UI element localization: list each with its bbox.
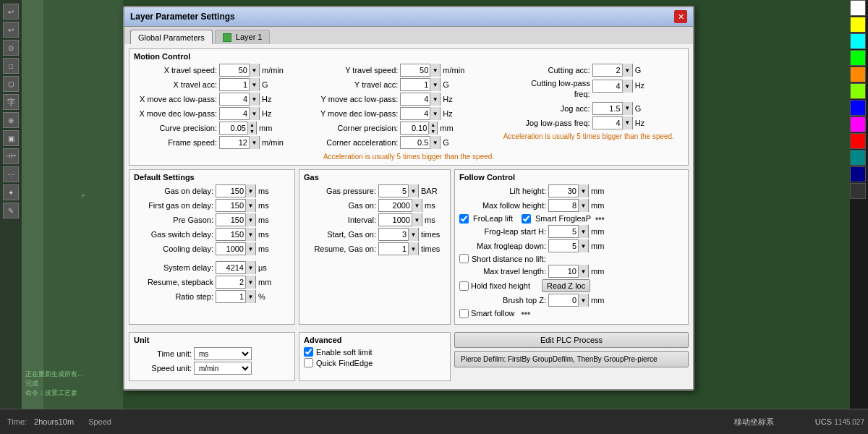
y-travel-speed-value[interactable] <box>401 64 430 76</box>
ratio-step-input[interactable]: ▼ <box>216 290 256 303</box>
cooling-delay-input[interactable]: ▼ <box>216 242 256 255</box>
resume-gas-on-dropdown[interactable]: ▼ <box>408 242 418 255</box>
smart-frogleap-options[interactable]: ••• <box>595 213 605 224</box>
corner-acceleration-dropdown[interactable]: ▼ <box>430 136 440 149</box>
quick-find-edge-checkbox[interactable] <box>304 358 313 367</box>
pre-gason-dropdown[interactable]: ▼ <box>245 213 255 226</box>
lift-height-value[interactable] <box>549 185 578 197</box>
lift-height-dropdown[interactable]: ▼ <box>578 184 588 197</box>
y-travel-acc-input[interactable]: ▼ <box>400 78 441 91</box>
max-travel-length-dropdown[interactable]: ▼ <box>578 265 588 278</box>
y-move-dec-low-pass-input[interactable]: ▼ <box>400 107 441 120</box>
toolbar-icon-6[interactable]: 字 <box>3 94 19 110</box>
curve-precision-up[interactable]: ▲ <box>247 122 256 128</box>
max-travel-length-input[interactable]: ▼ <box>548 265 589 278</box>
gas-pressure-input[interactable]: ▼ <box>378 184 419 197</box>
system-delay-input[interactable]: ▼ <box>216 261 256 274</box>
frog-leap-start-h-dropdown[interactable]: ▼ <box>578 225 588 238</box>
cooling-delay-value[interactable] <box>216 243 245 255</box>
cutting-low-pass-freq-dropdown[interactable]: ▼ <box>622 80 632 93</box>
frog-leap-start-h-input[interactable]: ▼ <box>548 225 589 238</box>
x-move-acc-low-pass-value[interactable] <box>220 93 249 105</box>
corner-precision-up[interactable]: ▲ <box>428 122 437 128</box>
brush-top-z-dropdown[interactable]: ▼ <box>578 294 588 307</box>
frame-speed-value[interactable] <box>220 137 249 148</box>
interval-value[interactable] <box>379 214 412 226</box>
corner-precision-value[interactable] <box>401 122 428 134</box>
toolbar-icon-10[interactable]: -.- <box>3 166 19 182</box>
max-frogleap-down-dropdown[interactable]: ▼ <box>578 239 588 252</box>
color-swatch-teal[interactable] <box>850 150 866 166</box>
max-frogleap-down-value[interactable] <box>549 240 578 252</box>
x-travel-speed-dropdown[interactable]: ▼ <box>249 64 259 77</box>
color-swatch-navy[interactable] <box>850 166 866 182</box>
y-move-acc-low-pass-input[interactable]: ▼ <box>400 93 441 106</box>
color-swatch-white[interactable] <box>850 0 866 16</box>
start-gas-on-dropdown[interactable]: ▼ <box>408 228 418 241</box>
y-travel-speed-input[interactable]: ▼ <box>400 64 441 77</box>
pierce-defilm-button[interactable]: Pierce Defilm: FirstBy GroupDefilm, Then… <box>454 351 689 367</box>
start-gas-on-input[interactable]: ▼ <box>378 228 419 241</box>
tab-layer1[interactable]: Layer 1 <box>215 30 271 44</box>
gas-on-dropdown[interactable]: ▼ <box>412 199 422 212</box>
toolbar-icon-7[interactable]: ⊕ <box>3 112 19 128</box>
max-travel-length-value[interactable] <box>549 265 578 277</box>
corner-acceleration-value[interactable] <box>401 137 430 148</box>
y-travel-speed-dropdown[interactable]: ▼ <box>430 64 440 77</box>
curve-precision-input[interactable]: ▲ ▼ <box>219 122 257 135</box>
toolbar-icon-1[interactable]: ↩ <box>3 4 19 20</box>
first-gas-on-delay-value[interactable] <box>216 200 245 211</box>
toolbar-icon-5[interactable]: ⬡ <box>3 76 19 92</box>
ratio-step-dropdown[interactable]: ▼ <box>245 290 255 303</box>
resume-stepback-dropdown[interactable]: ▼ <box>245 276 255 289</box>
curve-precision-value[interactable] <box>220 122 247 134</box>
x-travel-speed-input[interactable]: ▼ <box>219 64 260 77</box>
cutting-acc-value[interactable] <box>593 64 622 76</box>
resume-gas-on-input[interactable]: ▼ <box>378 242 419 255</box>
color-swatch-lime[interactable] <box>850 83 866 99</box>
color-swatch-green[interactable] <box>850 50 866 66</box>
resume-stepback-input[interactable]: ▼ <box>216 276 256 289</box>
cutting-low-pass-freq-input[interactable]: ▼ <box>592 80 633 93</box>
max-follow-height-dropdown[interactable]: ▼ <box>578 199 588 212</box>
jog-acc-dropdown[interactable]: ▼ <box>622 102 632 115</box>
frog-leap-start-h-value[interactable] <box>549 226 578 237</box>
ratio-step-value[interactable] <box>216 291 245 302</box>
gas-pressure-value[interactable] <box>379 185 408 197</box>
gas-on-delay-value[interactable] <box>216 185 245 197</box>
pre-gason-value[interactable] <box>216 214 245 226</box>
tab-global-parameters[interactable]: Global Parameters <box>130 30 213 44</box>
gas-on-input[interactable]: ▼ <box>378 199 422 212</box>
color-swatch-orange[interactable] <box>850 67 866 82</box>
x-move-dec-low-pass-input[interactable]: ▼ <box>219 107 260 120</box>
first-gas-on-delay-input[interactable]: ▼ <box>216 199 256 212</box>
read-z-loc-button[interactable]: Read Z loc <box>542 279 590 292</box>
brush-top-z-value[interactable] <box>549 294 578 306</box>
speed-unit-select[interactable]: m/min mm/s <box>194 362 252 375</box>
x-travel-acc-dropdown[interactable]: ▼ <box>249 78 259 91</box>
gas-on-value[interactable] <box>379 200 412 211</box>
jog-low-pass-freq-dropdown[interactable]: ▼ <box>622 116 632 129</box>
pre-gason-input[interactable]: ▼ <box>216 213 256 226</box>
color-swatch-dark[interactable] <box>850 183 866 199</box>
gas-pressure-dropdown[interactable]: ▼ <box>408 184 418 197</box>
resume-gas-on-value[interactable] <box>379 243 408 255</box>
max-frogleap-down-input[interactable]: ▼ <box>548 239 589 252</box>
y-travel-acc-value[interactable] <box>401 79 430 90</box>
color-swatch-blue[interactable] <box>850 100 866 116</box>
resume-stepback-value[interactable] <box>216 276 245 288</box>
corner-precision-input[interactable]: ▲ ▼ <box>400 122 438 135</box>
edit-plc-process-button[interactable]: Edit PLC Process <box>454 332 689 348</box>
cooling-delay-dropdown[interactable]: ▼ <box>245 242 255 255</box>
x-move-acc-low-pass-input[interactable]: ▼ <box>219 93 260 106</box>
toolbar-icon-11[interactable]: ✦ <box>3 184 19 200</box>
y-move-acc-low-pass-dropdown[interactable]: ▼ <box>430 93 440 106</box>
smart-follow-options[interactable]: ••• <box>522 308 531 318</box>
color-swatch-cyan[interactable] <box>850 33 866 49</box>
y-move-dec-low-pass-value[interactable] <box>401 108 430 119</box>
smart-follow-checkbox[interactable] <box>459 309 469 318</box>
interval-input[interactable]: ▼ <box>378 213 422 226</box>
x-travel-acc-input[interactable]: ▼ <box>219 78 260 91</box>
x-travel-acc-value[interactable] <box>220 79 249 90</box>
system-delay-value[interactable] <box>216 262 245 273</box>
